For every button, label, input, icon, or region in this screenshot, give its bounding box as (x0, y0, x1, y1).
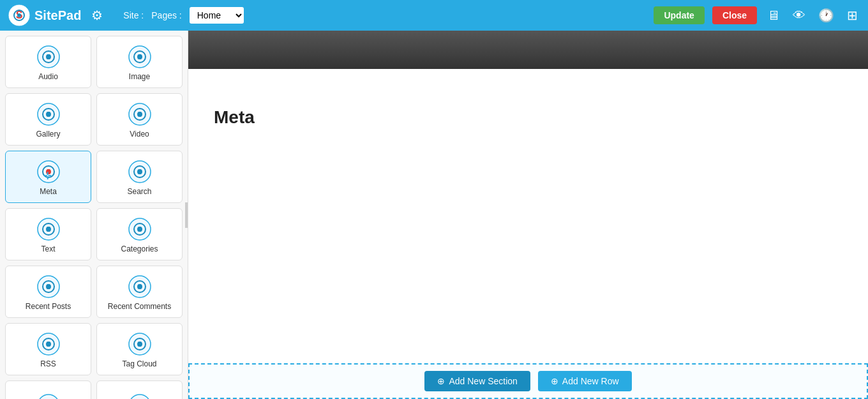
svg-text:S: S (137, 225, 142, 233)
widget-label-recent-posts: Recent Posts (26, 302, 71, 311)
widget-icon-audio: S (37, 45, 60, 68)
widget-icon-gallery: S (37, 103, 60, 126)
widget-label-audio: Audio (38, 72, 58, 81)
widget-icon-text: S (37, 218, 60, 241)
svg-text:S: S (137, 168, 142, 176)
widget-icon-search: S (128, 160, 151, 183)
canvas-empty-area[interactable] (188, 140, 868, 363)
widget-item-meta[interactable]: S ✛Meta (5, 151, 91, 203)
widget-label-text: Text (41, 245, 55, 253)
svg-point-3 (17, 13, 21, 17)
site-structure-icon[interactable]: ⊞ (844, 5, 860, 26)
widget-icon-image: S (128, 45, 151, 68)
close-button[interactable]: Close (712, 6, 757, 24)
widget-icon-extra1: S (37, 394, 60, 399)
widget-label-search: Search (127, 187, 151, 196)
widget-label-rss: RSS (40, 359, 56, 368)
site-label: Site : (123, 10, 144, 20)
widget-label-categories: Categories (121, 245, 158, 253)
widget-item-text[interactable]: S Text (5, 208, 91, 260)
widget-item-tag-cloud[interactable]: S Tag Cloud (96, 323, 183, 375)
update-button[interactable]: Update (654, 6, 704, 24)
widget-item-gallery[interactable]: S Gallery (5, 93, 91, 146)
widget-label-gallery: Gallery (36, 130, 60, 139)
drag-cursor: ✛ (43, 170, 52, 182)
svg-point-56 (129, 395, 151, 399)
main-canvas: Meta ⊕ Add New Section ⊕ Add New Row (188, 31, 868, 399)
widget-icon-tag-cloud: S (128, 333, 151, 356)
svg-text:S: S (46, 283, 50, 290)
gear-icon[interactable]: ⚙ (91, 8, 103, 23)
svg-text:S: S (46, 340, 50, 348)
widget-icon-recent-posts: S (37, 275, 60, 298)
sidebar: S Audio S Image S Gallery S Video S ✛Met… (0, 31, 188, 399)
canvas-top-image (188, 31, 868, 69)
widget-label-tag-cloud: Tag Cloud (122, 359, 156, 368)
widget-item-rss[interactable]: S RSS (5, 323, 91, 375)
widget-icon-rss: S (37, 333, 60, 356)
widget-item-audio[interactable]: S Audio (5, 36, 91, 88)
widget-item-recent-comments[interactable]: S Recent Comments (96, 266, 183, 318)
svg-text:S: S (46, 53, 50, 61)
add-row-button[interactable]: ⊕ Add New Row (538, 371, 632, 391)
history-icon[interactable]: 🕐 (816, 5, 837, 26)
svg-text:S: S (46, 225, 50, 233)
pages-label: Pages : (151, 10, 181, 20)
widget-item-categories[interactable]: S Categories (96, 208, 183, 260)
add-section-button[interactable]: ⊕ Add New Section (424, 371, 530, 391)
layout: S Audio S Image S Gallery S Video S ✛Met… (0, 31, 868, 399)
widget-item-extra1[interactable]: S (5, 380, 91, 399)
widget-label-image: Image (129, 72, 150, 81)
widget-item-image[interactable]: S Image (96, 36, 183, 88)
canvas-content: Meta (188, 69, 868, 363)
plus-icon: ⊕ (437, 376, 445, 386)
header: S SitePad ⚙ Site : Pages : Home About Co… (0, 0, 868, 31)
canvas-bottom-actions: ⊕ Add New Section ⊕ Add New Row (188, 363, 868, 399)
logo: S SitePad (8, 4, 81, 27)
add-section-label: Add New Section (449, 376, 517, 386)
svg-text:S: S (137, 340, 142, 348)
widget-item-recent-posts[interactable]: S Recent Posts (5, 266, 91, 318)
svg-text:S: S (46, 110, 50, 118)
add-row-label: Add New Row (562, 376, 619, 386)
eye-icon[interactable]: 👁 (790, 6, 808, 26)
plus-icon-2: ⊕ (551, 376, 558, 386)
widget-label-video: Video (130, 130, 149, 139)
widget-grid: S Audio S Image S Gallery S Video S ✛Met… (0, 31, 188, 399)
logo-text: SitePad (34, 8, 81, 23)
widget-icon-video: S (128, 103, 151, 126)
widget-icon-extra2: S (128, 394, 151, 399)
widget-item-video[interactable]: S Video (96, 93, 183, 146)
widget-item-search[interactable]: S Search (96, 151, 183, 203)
pages-select[interactable]: Home About Contact (190, 7, 244, 24)
widget-icon-recent-comments: S (128, 275, 151, 298)
svg-point-52 (38, 395, 59, 399)
logo-icon: S (8, 4, 31, 27)
svg-text:S: S (137, 110, 142, 118)
widget-label-meta: Meta (40, 187, 57, 196)
desktop-icon[interactable]: 🖥 (765, 6, 782, 26)
svg-text:S: S (137, 283, 142, 290)
canvas-meta-title: Meta (188, 69, 868, 140)
svg-text:S: S (137, 53, 142, 61)
widget-item-extra2[interactable]: S (96, 380, 183, 399)
widget-label-recent-comments: Recent Comments (108, 302, 171, 311)
widget-icon-categories: S (128, 218, 151, 241)
